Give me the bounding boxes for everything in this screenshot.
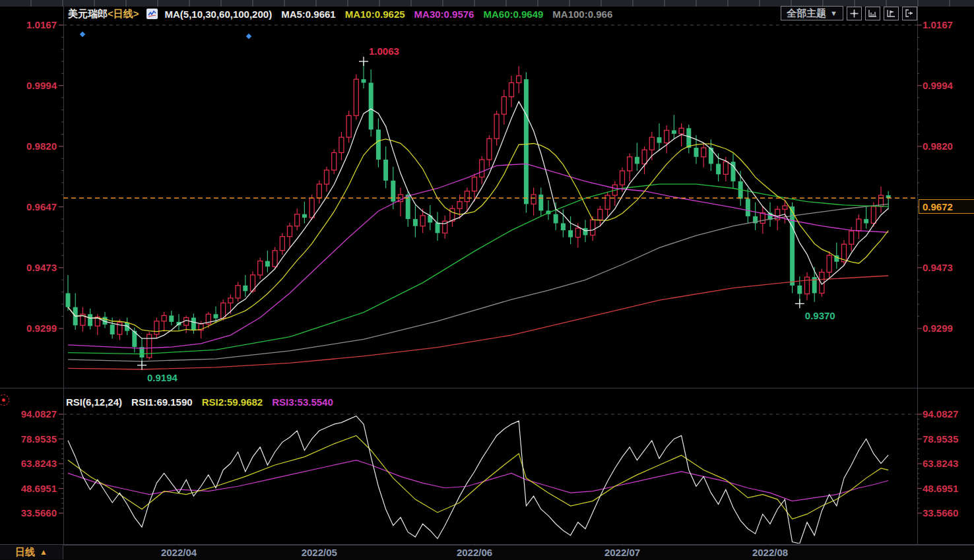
chevron-down-icon: ▼ [830,9,837,17]
candles[interactable] [66,61,891,365]
price-axis-label: 94.0827 [16,408,57,420]
theme-selector-button[interactable]: 全部主题 ▼ [781,6,843,20]
ma-legend-item: MA(5,10,30,60,100,200) [165,9,273,20]
price-axis-label: 0.9473 [16,262,57,273]
svg-text:0.9370: 0.9370 [805,310,835,321]
draw-flag-icon[interactable] [884,7,899,20]
ma-legend-item: MA60:0.9649 [483,9,543,20]
price-axis-label: 0.9820 [923,140,963,152]
annotation-1.0063: 1.0063 [359,46,399,66]
date-axis-label: 2022/07 [601,547,643,558]
toolbar: 全部主题 ▼ [781,6,917,20]
price-axis-label: 0.9299 [923,323,963,334]
annotation-0.9370: 0.9370 [795,299,835,321]
period-tag: <日线> [108,8,139,19]
current-price-value: 0.9672 [923,201,953,212]
crosshair-icon[interactable] [847,7,862,20]
price-axis-label: 94.0827 [923,408,963,420]
ma-legend: MA(5,10,30,60,100,200)MA5:0.9661MA10:0.9… [165,9,613,20]
price-axis-label: 48.6951 [16,483,57,494]
annotation-0.9194: 0.9194 [137,361,178,383]
ma-legend-item: MA100:0.966 [552,9,612,20]
rsi-legend: RSI(6,12,24)RSI1:69.1590RSI2:59.9682RSI3… [66,396,333,408]
theme-selector-label: 全部主题 [787,7,826,20]
rsi-legend-item: RSI(6,12,24) [66,396,122,408]
chart-type-icon[interactable] [146,9,158,19]
axis-scale-icon[interactable] [865,7,880,20]
price-axis-label: 63.8243 [16,458,57,469]
price-axis-label: 78.9535 [923,433,963,445]
ma-line-ma30 [68,164,888,348]
period-label: 日线 [15,546,35,559]
svg-text:0.9194: 0.9194 [147,372,178,383]
rsi-line-rsi3 [68,460,888,501]
date-axis-label: 2022/04 [158,547,200,558]
price-axis-label: 33.5660 [16,507,57,518]
current-price-box: 0.9672 [919,199,974,214]
chart-header: 美元瑞郎<日线> MA(5,10,30,60,100,200)MA5:0.966… [68,7,612,20]
date-axis-label: 2022/06 [453,547,496,558]
price-axis-label: 1.0167 [16,19,57,30]
rsi-legend-item: RSI1:69.1590 [131,396,193,408]
price-axis-label: 78.9535 [16,433,57,445]
price-axis-label: 48.6951 [923,483,963,494]
rsi-line-rsi2 [68,435,888,518]
price-axis-label: 0.9994 [16,80,57,91]
symbol-name: 美元瑞郎 [68,8,108,19]
svg-text:1.0063: 1.0063 [369,46,399,57]
export-icon[interactable] [902,7,917,20]
price-axis-label: 1.0167 [923,19,963,30]
price-axis-label: 0.9994 [923,80,963,91]
ma-legend-item: MA10:0.9625 [345,9,405,20]
rsi-legend-item: RSI3:53.5540 [272,396,333,408]
period-selector[interactable]: 日线 ▲ [0,545,63,559]
ma-line-ma10 [68,139,888,332]
symbol-title: 美元瑞郎<日线> [68,8,139,20]
ma-lines [68,102,888,369]
ma-legend-item: MA5:0.9661 [281,9,336,20]
price-axis-label: 0.9299 [16,323,57,334]
price-axis-label: 33.5660 [923,507,963,518]
rsi-legend-item: RSI2:59.9682 [202,396,263,408]
date-axis-label: 2022/05 [298,547,341,558]
chart-canvas[interactable]: 1.00630.91940.9370 [0,0,974,560]
price-axis-label: 0.9647 [16,201,57,212]
date-axis-label: 2022/08 [749,547,791,558]
ma-legend-item: MA30:0.9576 [414,9,474,20]
ma-line-ma100 [68,204,888,361]
ma-line-ma200 [68,276,888,369]
rsi-lines [68,416,888,544]
price-axis-label: 0.9820 [16,140,57,152]
price-axis-label: 0.9473 [923,262,963,273]
price-axis-label: 63.8243 [923,458,963,469]
rsi-line-rsi1 [68,416,888,544]
caret-up-icon: ▲ [40,547,48,557]
